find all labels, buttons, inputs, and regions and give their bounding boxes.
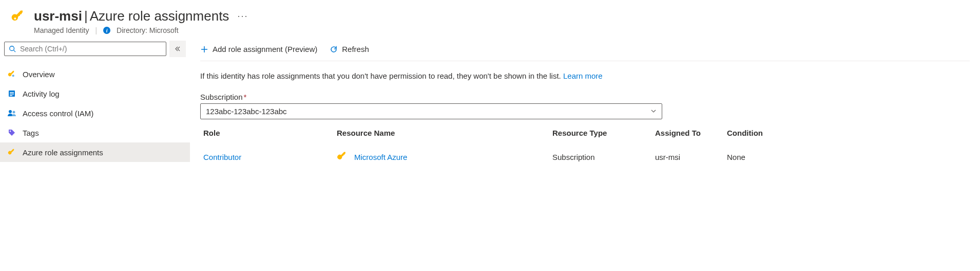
svg-rect-4 [10, 92, 14, 93]
svg-point-9 [10, 131, 11, 132]
resource-type-label: Managed Identity [34, 26, 89, 34]
sidebar-item-label: Activity log [23, 89, 60, 98]
sidebar-item-tags[interactable]: Tags [0, 123, 190, 142]
people-icon [7, 109, 16, 118]
key-icon [10, 8, 27, 25]
sidebar: Overview Activity log Access control (IA… [0, 41, 190, 172]
svg-point-7 [9, 110, 12, 113]
sidebar-item-label: Access control (IAM) [23, 109, 93, 118]
page-header: usr-msi|Azure role assignments ··· Manag… [0, 0, 980, 41]
condition-cell: None [727, 153, 799, 161]
table-row: Contributor Microsoft Azure Subscription… [200, 142, 970, 172]
svg-point-0 [10, 46, 14, 51]
table-header: Role Resource Name Resource Type Assigne… [200, 123, 970, 142]
chevron-double-left-icon [175, 46, 181, 52]
resource-type-cell: Subscription [552, 153, 655, 161]
chevron-down-icon [650, 107, 657, 116]
subscription-label: Subscription* [200, 93, 970, 101]
toolbar: Add role assignment (Preview) Refresh [200, 41, 970, 61]
sidebar-item-access-control[interactable]: Access control (IAM) [0, 103, 190, 123]
svg-rect-5 [10, 94, 14, 95]
svg-line-1 [14, 50, 16, 52]
plus-icon [200, 45, 208, 53]
key-icon [337, 151, 348, 164]
subscription-dropdown[interactable]: 123abc-123abc-123abc [200, 103, 662, 119]
assignments-table: Role Resource Name Resource Type Assigne… [200, 123, 970, 172]
key-icon [7, 148, 16, 157]
col-resource-name[interactable]: Resource Name [337, 129, 552, 137]
sidebar-item-label: Tags [23, 129, 39, 137]
main-content: Add role assignment (Preview) Refresh If… [190, 41, 980, 172]
svg-point-8 [13, 111, 15, 114]
role-link[interactable]: Contributor [203, 153, 337, 161]
svg-rect-6 [10, 95, 12, 96]
sidebar-item-role-assignments[interactable]: Azure role assignments [0, 142, 190, 162]
assigned-to-cell: usr-msi [655, 153, 727, 161]
key-icon [7, 69, 16, 79]
tag-icon [7, 128, 16, 137]
resource-name-link[interactable]: Microsoft Azure [354, 153, 407, 161]
sidebar-item-label: Azure role assignments [23, 148, 103, 157]
col-resource-type[interactable]: Resource Type [552, 129, 655, 137]
add-button-label: Add role assignment (Preview) [213, 45, 317, 53]
refresh-button[interactable]: Refresh [330, 45, 369, 53]
search-icon [9, 45, 16, 52]
info-text: If this identity has role assignments th… [200, 61, 970, 83]
refresh-icon [330, 45, 338, 53]
col-assigned-to[interactable]: Assigned To [655, 129, 727, 137]
learn-more-link[interactable]: Learn more [563, 71, 603, 80]
col-condition[interactable]: Condition [727, 129, 799, 137]
collapse-sidebar-button[interactable] [169, 41, 186, 57]
more-button[interactable]: ··· [233, 11, 252, 22]
svg-point-2 [12, 75, 14, 77]
sidebar-item-activity-log[interactable]: Activity log [0, 84, 190, 103]
info-icon: i [103, 27, 110, 34]
col-role[interactable]: Role [203, 129, 337, 137]
sidebar-item-label: Overview [23, 70, 55, 79]
search-input[interactable] [20, 45, 162, 53]
sidebar-search[interactable] [4, 42, 166, 56]
log-icon [7, 89, 16, 98]
directory-label: Directory: Microsoft [117, 26, 179, 34]
refresh-button-label: Refresh [342, 45, 369, 53]
page-title: usr-msi|Azure role assignments ··· [34, 8, 970, 24]
sidebar-item-overview[interactable]: Overview [0, 64, 190, 84]
subscription-value: 123abc-123abc-123abc [206, 107, 287, 116]
add-role-assignment-button[interactable]: Add role assignment (Preview) [200, 45, 317, 53]
